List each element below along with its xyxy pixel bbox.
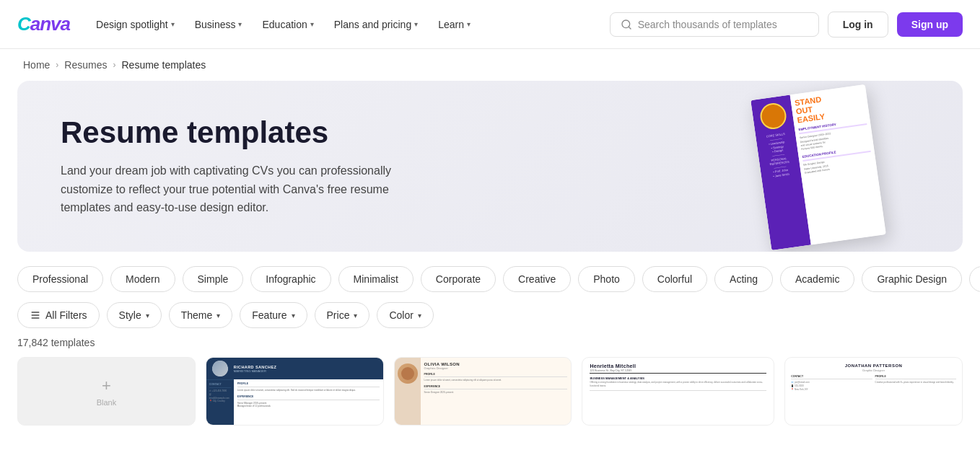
category-graphic-design[interactable]: Graphic Design <box>862 266 962 292</box>
nav-learn-label: Learn <box>438 19 464 30</box>
hero-banner: Resume templates Land your dream job wit… <box>17 81 963 252</box>
filter-style-chevron: ▾ <box>146 312 149 319</box>
category-simple[interactable]: Simple <box>183 266 244 292</box>
breadcrumb-resumes[interactable]: Resumes <box>64 59 107 71</box>
template-card-3[interactable]: Henrietta Mitchell 123 Business St., Bay… <box>582 357 774 426</box>
nav-business[interactable]: Business ▾ <box>186 13 251 36</box>
template-card-blank[interactable]: + Blank <box>17 357 196 426</box>
navbar: Canva Design spotlight ▾ Business ▾ Educ… <box>0 0 980 49</box>
category-academic[interactable]: Academic <box>780 266 854 292</box>
signup-button[interactable]: Sign up <box>897 12 963 37</box>
category-modern[interactable]: Modern <box>110 266 175 292</box>
filters-icon <box>30 309 41 321</box>
search-icon <box>621 19 632 30</box>
template-card-4[interactable]: JONATHAN PATTERSON Graphic Designer CONT… <box>784 357 963 426</box>
navbar-right: Search thousands of templates Log in Sig… <box>610 12 963 38</box>
logo[interactable]: Canva <box>17 13 70 35</box>
breadcrumb-home[interactable]: Home <box>23 59 50 71</box>
hero-title: Resume templates <box>61 115 436 150</box>
template-grid: + Blank RICHARD SANCHEZ MARKETING MANAGE… <box>0 357 980 426</box>
breadcrumb-current: Resume templates <box>122 59 206 71</box>
nav-education-label: Education <box>262 19 307 30</box>
filter-feature-button[interactable]: Feature ▾ <box>240 302 307 328</box>
category-creative[interactable]: Creative <box>503 266 571 292</box>
hero-resume-mockup: CORE SKILLS──────▪ Leadership▪ Strategy▪… <box>751 84 886 250</box>
template-card-2[interactable]: OLIVIA WILSON Graphics Designer Profile … <box>394 357 572 426</box>
hero-text: Resume templates Land your dream job wit… <box>61 115 436 217</box>
nav-design-spotlight-label: Design spotlight <box>96 19 168 30</box>
search-placeholder: Search thousands of templates <box>638 19 777 30</box>
category-acting[interactable]: Acting <box>714 266 773 292</box>
category-professional[interactable]: Professional <box>17 266 103 292</box>
all-filters-button[interactable]: All Filters <box>17 302 100 328</box>
nav-business-label: Business <box>195 19 236 30</box>
nav-learn[interactable]: Learn ▾ <box>429 13 479 36</box>
nav-education-chevron: ▾ <box>310 20 314 28</box>
filter-feature-label: Feature <box>252 309 286 321</box>
filter-color-chevron: ▾ <box>418 312 421 319</box>
filter-theme-button[interactable]: Theme ▾ <box>169 302 233 328</box>
filter-color-button[interactable]: Color ▾ <box>377 302 433 328</box>
category-corporate[interactable]: Corporate <box>421 266 496 292</box>
category-infographic[interactable]: Infographic <box>250 266 331 292</box>
nav-plans-pricing-label: Plans and pricing <box>334 19 411 30</box>
login-button[interactable]: Log in <box>828 12 888 38</box>
category-minimalist[interactable]: Minimalist <box>338 266 414 292</box>
search-bar[interactable]: Search thousands of templates <box>610 12 819 37</box>
breadcrumb-sep-1: › <box>56 60 58 70</box>
filter-feature-chevron: ▾ <box>292 312 295 319</box>
nav-design-spotlight-chevron: ▾ <box>171 20 175 28</box>
svg-line-1 <box>629 27 631 29</box>
nav-business-chevron: ▾ <box>238 20 242 28</box>
breadcrumb: Home › Resumes › Resume templates <box>0 49 980 81</box>
filter-theme-label: Theme <box>181 309 213 321</box>
category-colorful[interactable]: Colorful <box>642 266 707 292</box>
filter-price-button[interactable]: Price ▾ <box>315 302 370 328</box>
filters-row: All Filters Style ▾ Theme ▾ Feature ▾ Pr… <box>0 292 980 334</box>
categories-row: Professional Modern Simple Infographic M… <box>0 252 980 292</box>
category-college[interactable]: College <box>969 266 980 292</box>
breadcrumb-sep-2: › <box>113 60 116 70</box>
logo-text: Canva <box>17 13 70 35</box>
nav-education[interactable]: Education ▾ <box>253 13 322 36</box>
nav-plans-pricing[interactable]: Plans and pricing ▾ <box>325 13 426 36</box>
category-photo[interactable]: Photo <box>578 266 635 292</box>
hero-visual: CORE SKILLS──────▪ Leadership▪ Strategy▪… <box>703 88 934 247</box>
nav-learn-chevron: ▾ <box>467 20 471 28</box>
nav-plans-pricing-chevron: ▾ <box>414 20 418 28</box>
filter-style-button[interactable]: Style ▾ <box>107 302 162 328</box>
nav-items: Design spotlight ▾ Business ▾ Education … <box>87 13 604 36</box>
filter-price-chevron: ▾ <box>354 312 357 319</box>
filter-color-label: Color <box>389 309 413 321</box>
all-filters-label: All Filters <box>45 309 87 321</box>
template-count: 17,842 templates <box>0 334 980 357</box>
template-card-1[interactable]: RICHARD SANCHEZ MARKETING MANAGER CONTAC… <box>206 357 384 426</box>
nav-design-spotlight[interactable]: Design spotlight ▾ <box>87 13 183 36</box>
filter-style-label: Style <box>119 309 141 321</box>
hero-subtitle: Land your dream job with captivating CVs… <box>61 162 436 217</box>
filter-theme-chevron: ▾ <box>216 312 220 319</box>
filter-price-label: Price <box>327 309 350 321</box>
